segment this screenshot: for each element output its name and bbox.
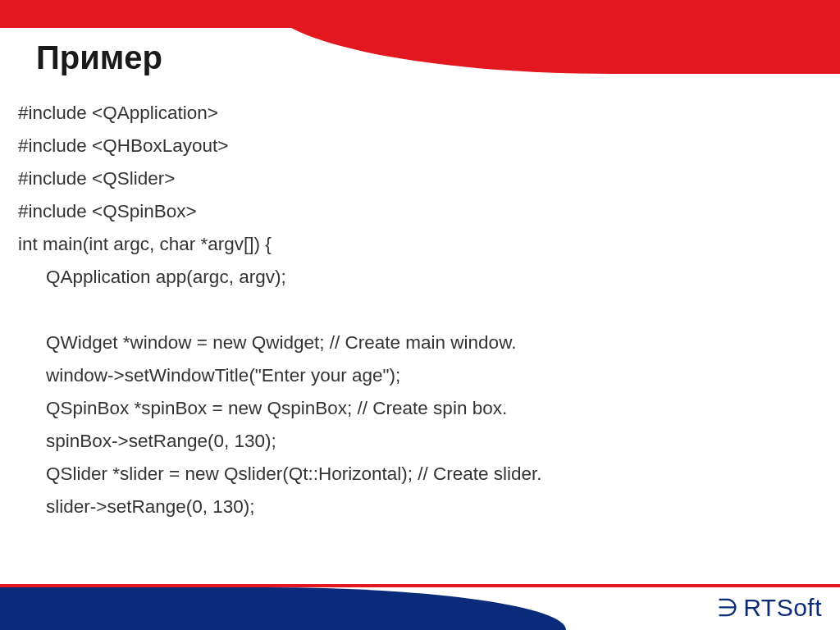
code-line: spinBox->setRange(0, 130); <box>18 425 807 458</box>
header-red-bar <box>0 0 840 28</box>
code-line: QWidget *window = new Qwidget; // Create… <box>18 326 807 359</box>
code-line: window->setWindowTitle("Enter your age")… <box>18 359 807 392</box>
logo-text: RTSoft <box>743 594 822 622</box>
code-line: QApplication app(argc, argv); <box>18 261 807 294</box>
footer-blue-curve <box>0 587 566 630</box>
footer: ∋ RTSoft <box>0 581 840 630</box>
slide: Пример #include <QApplication> #include … <box>0 0 840 630</box>
code-line: slider->setRange(0, 130); <box>18 491 807 523</box>
code-line: int main(int argc, char *argv[]) { <box>18 228 807 261</box>
code-line: QSlider *slider = new Qslider(Qt::Horizo… <box>18 458 807 491</box>
slide-title: Пример <box>36 39 162 76</box>
code-line: #include <QApplication> <box>18 97 807 130</box>
code-line: #include <QHBoxLayout> <box>18 130 807 162</box>
brand-logo: ∋ RTSoft <box>717 594 822 622</box>
code-line: QSpinBox *spinBox = new QspinBox; // Cre… <box>18 392 807 425</box>
code-block: #include <QApplication> #include <QHBoxL… <box>18 97 807 523</box>
code-line: #include <QSpinBox> <box>18 195 807 228</box>
logo-mark-icon: ∋ <box>717 596 738 620</box>
code-line: #include <QSlider> <box>18 162 807 195</box>
code-line <box>18 294 807 326</box>
